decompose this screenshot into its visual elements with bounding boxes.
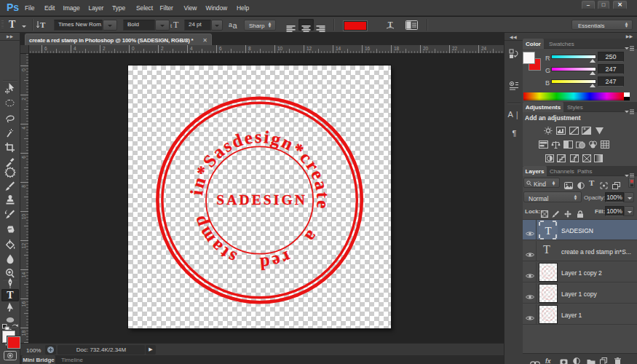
svg-text:T: T: [173, 20, 179, 29]
svg-text:T: T: [545, 225, 551, 237]
svg-text:SADESIGN: SADESIGN: [216, 192, 307, 207]
svg-text:a: a: [229, 21, 232, 28]
svg-text:T: T: [40, 20, 46, 29]
svg-text:a: a: [233, 21, 238, 28]
svg-text:t: t: [170, 23, 173, 29]
svg-text:T: T: [7, 290, 14, 301]
